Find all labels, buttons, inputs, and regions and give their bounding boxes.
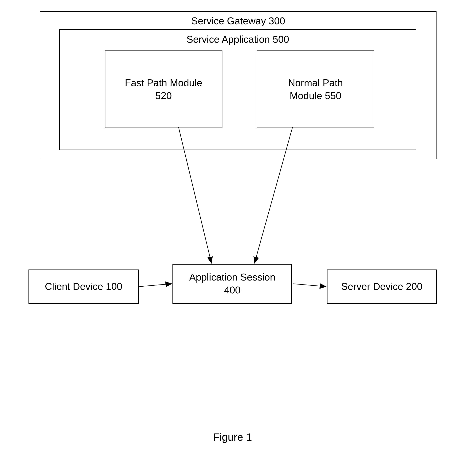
normal-path-module-label: Normal Path Module 550	[288, 76, 343, 102]
diagram-canvas: Service Gateway 300 Service Application …	[0, 0, 465, 476]
server-device-label: Server Device 200	[341, 280, 423, 293]
service-gateway-title: Service Gateway 300	[40, 15, 436, 27]
service-application-title: Service Application 500	[60, 33, 416, 46]
fast-path-module-box: Fast Path Module 520	[105, 51, 222, 128]
server-device-box: Server Device 200	[327, 270, 437, 304]
application-session-label: Application Session 400	[189, 271, 275, 296]
figure-caption: Figure 1	[0, 431, 465, 443]
arrow-session-to-server	[293, 284, 326, 287]
service-gateway-box: Service Gateway 300 Service Application …	[40, 11, 436, 159]
normal-path-module-box: Normal Path Module 550	[257, 51, 374, 128]
arrow-client-to-session	[139, 284, 172, 287]
application-session-box: Application Session 400	[172, 264, 292, 304]
fast-path-module-label: Fast Path Module 520	[125, 76, 202, 102]
client-device-label: Client Device 100	[45, 280, 122, 293]
client-device-box: Client Device 100	[29, 270, 139, 304]
service-application-box: Service Application 500 Fast Path Module…	[59, 29, 416, 150]
